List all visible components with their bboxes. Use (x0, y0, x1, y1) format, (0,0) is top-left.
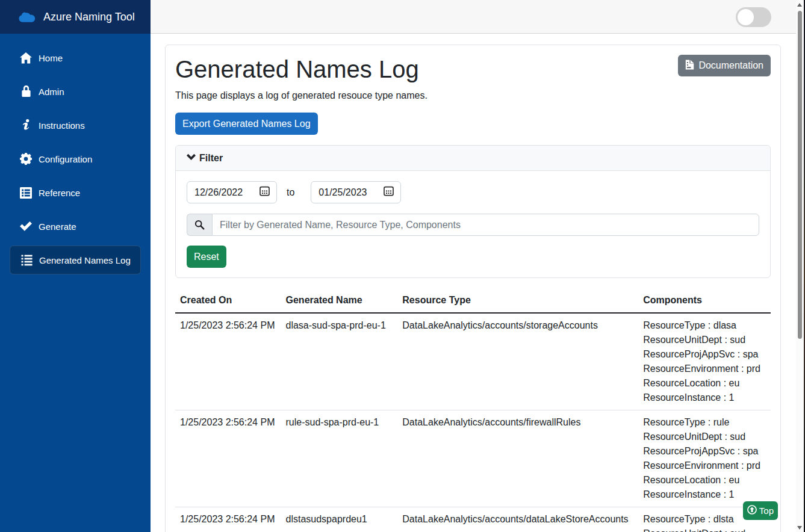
sidebar-item-reference[interactable]: Reference (10, 178, 141, 207)
content-card: Generated Names Log Documentation This p… (165, 45, 781, 532)
cloud-icon (19, 12, 36, 22)
component-line: ResourceInstance : 1 (643, 391, 766, 405)
search-input[interactable] (212, 214, 759, 236)
sidebar-item-label: Reference (39, 188, 80, 198)
toggle-knob (738, 9, 754, 25)
chevron-down-icon (187, 153, 196, 164)
search-group (187, 214, 759, 236)
component-line: ResourceInstance : 1 (643, 487, 766, 502)
column-header: Components (638, 288, 771, 313)
brand: Azure Naming Tool (0, 0, 151, 34)
sidebar-item-generated-names-log[interactable]: Generated Names Log (10, 246, 141, 274)
date-from-input[interactable]: 12/26/2022 (187, 181, 277, 203)
table-header-row: Created OnGenerated NameResource TypeCom… (175, 288, 771, 313)
home-icon (20, 52, 32, 64)
column-header: Created On (175, 288, 281, 313)
table-row: 1/25/2023 2:56:24 PM dlstasudspaprdeu1 D… (175, 507, 771, 532)
scrollbar[interactable] (796, 0, 804, 532)
sidebar-item-label: Generated Names Log (39, 255, 131, 265)
cell-generated-name: dlstasudspaprdeu1 (281, 507, 398, 532)
component-line: ResourceProjAppSvc : spa (643, 347, 766, 362)
cell-resource-type: DataLakeAnalytics/accounts/firewallRules (397, 410, 638, 507)
check-icon (20, 220, 32, 232)
column-header: Resource Type (397, 288, 638, 313)
cell-created-on: 1/25/2023 2:56:24 PM (175, 410, 281, 507)
date-from-value: 12/26/2022 (194, 187, 243, 198)
calendar-icon[interactable] (384, 186, 394, 199)
sidebar-item-generate[interactable]: Generate (10, 212, 141, 241)
filter-title: Filter (199, 153, 223, 164)
component-line: ResourceLocation : eu (643, 376, 766, 391)
component-line: ResourceLocation : eu (643, 473, 766, 487)
app-title: Azure Naming Tool (43, 11, 135, 23)
date-to-input[interactable]: 01/25/2023 (311, 181, 401, 203)
sidebar-item-label: Generate (39, 221, 76, 232)
cell-resource-type: DataLakeAnalytics/accounts/storageAccoun… (397, 313, 638, 410)
component-line: ResourceEnvironment : prd (643, 459, 766, 473)
sidebar-item-admin[interactable]: Admin (10, 77, 141, 106)
cell-created-on: 1/25/2023 2:56:24 PM (175, 507, 281, 532)
dark-mode-toggle[interactable] (736, 7, 771, 27)
table-row: 1/25/2023 2:56:24 PM dlasa-sud-spa-prd-e… (175, 313, 771, 410)
search-icon (194, 220, 205, 230)
back-to-top-label: Top (759, 506, 774, 516)
info-icon (20, 119, 32, 131)
list-icon (20, 254, 33, 266)
sidebar-item-label: Admin (39, 87, 64, 97)
documentation-label: Documentation (698, 60, 763, 71)
log-table: Created OnGenerated NameResource TypeCom… (175, 288, 771, 532)
cell-components: ResourceType : dlasaResourceUnitDept : s… (638, 313, 771, 410)
component-line: ResourceEnvironment : prd (643, 362, 766, 376)
filter-panel: Filter 12/26/2022 (175, 145, 771, 278)
table-body: 1/25/2023 2:56:24 PM dlasa-sud-spa-prd-e… (175, 313, 771, 532)
cell-resource-type: DataLakeAnalytics/accounts/dataLakeStore… (397, 507, 638, 532)
sidebar-item-label: Instructions (39, 120, 85, 131)
scrollbar-thumb[interactable] (798, 11, 802, 339)
column-header: Generated Name (281, 288, 398, 313)
filter-body: 12/26/2022 (176, 171, 770, 277)
sidebar-nav: Home Admin (0, 34, 151, 274)
reset-button[interactable]: Reset (187, 246, 226, 268)
date-to-value: 01/25/2023 (319, 187, 367, 198)
sidebar-item-label: Home (39, 53, 63, 63)
calendar-icon[interactable] (260, 186, 270, 199)
component-line: ResourceUnitDept : sud (643, 430, 766, 444)
search-icon-box (187, 214, 212, 236)
cell-components: ResourceType : ruleResourceUnitDept : su… (638, 410, 771, 507)
component-line: ResourceUnitDept : sud (643, 527, 766, 532)
document-icon (685, 60, 694, 72)
date-range-row: 12/26/2022 (187, 181, 759, 203)
component-line: ResourceType : dlasa (643, 318, 766, 333)
cell-created-on: 1/25/2023 2:56:24 PM (175, 313, 281, 410)
component-line: ResourceProjAppSvc : spa (643, 444, 766, 459)
documentation-button[interactable]: Documentation (678, 55, 771, 76)
back-to-top-button[interactable]: Top (743, 501, 778, 520)
lock-icon (20, 85, 32, 97)
scroll-up-arrow[interactable] (797, 3, 802, 7)
component-line: ResourceType : rule (643, 415, 766, 430)
date-range-to-label: to (287, 187, 294, 198)
page-subtitle: This page displays a log of generated re… (175, 88, 771, 103)
cell-generated-name: rule-sud-spa-prd-eu-1 (281, 410, 398, 507)
sidebar-item-instructions[interactable]: Instructions (10, 111, 141, 140)
sidebar-item-home[interactable]: Home (10, 43, 141, 72)
scroll-down-arrow[interactable] (797, 526, 802, 530)
gear-icon (20, 153, 32, 165)
cell-generated-name: dlasa-sud-spa-prd-eu-1 (281, 313, 398, 410)
table-row: 1/25/2023 2:56:24 PM rule-sud-spa-prd-eu… (175, 410, 771, 507)
filter-header[interactable]: Filter (176, 146, 770, 171)
sidebar-item-configuration[interactable]: Configuration (10, 144, 141, 173)
sidebar: Azure Naming Tool Home (0, 0, 151, 532)
page-head: Generated Names Log Documentation (175, 55, 771, 84)
arrow-circle-up-icon (747, 505, 757, 516)
spreadsheet-icon (20, 187, 32, 199)
top-bar (151, 0, 805, 34)
sidebar-item-label: Configuration (39, 154, 92, 164)
export-button[interactable]: Export Generated Names Log (175, 113, 318, 135)
component-line: ResourceUnitDept : sud (643, 333, 766, 347)
